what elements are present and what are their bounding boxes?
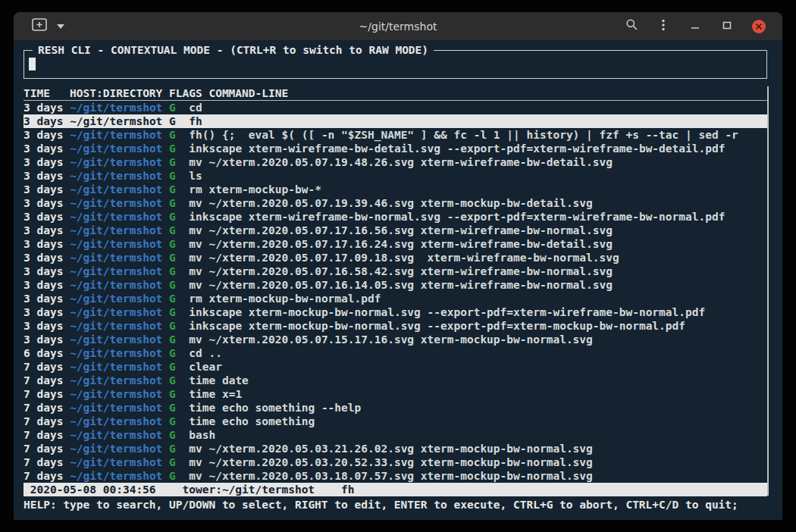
row-host-directory: ~/git/termshot xyxy=(70,129,162,141)
scrollbar[interactable] xyxy=(767,86,769,496)
minimize-button[interactable] xyxy=(688,20,702,33)
history-row[interactable]: 3 days ~/git/termshot G inkscape xterm-w… xyxy=(24,210,767,224)
history-row[interactable]: 7 days ~/git/termshot G time x=1 xyxy=(24,387,767,401)
history-row[interactable]: 3 days ~/git/termshot G rm xterm-mockup-… xyxy=(24,183,767,196)
row-command: cd xyxy=(189,102,202,114)
row-command: time echo something xyxy=(189,415,315,427)
history-row[interactable]: 3 days ~/git/termshot G cd xyxy=(24,101,767,114)
resh-mode-title: RESH CLI - CONTEXTUAL MODE - (CTRL+R to … xyxy=(33,43,434,57)
row-command: mv ~/xterm.2020.05.03.21.26.02.svg xterm… xyxy=(189,443,593,455)
row-host-directory: ~/git/termshot xyxy=(70,374,162,386)
history-row[interactable]: 3 days ~/git/termshot G fh() {; eval $( … xyxy=(24,128,767,142)
row-flags: G xyxy=(169,224,176,236)
row-host-directory: ~/git/termshot xyxy=(70,470,162,482)
terminal-content: RESH CLI - CONTEXTUAL MODE - (CTRL+R to … xyxy=(14,41,782,520)
row-command: mv ~/xterm.2020.05.07.15.17.16.svg xterm… xyxy=(189,333,593,346)
row-flags: G xyxy=(169,388,176,400)
row-flags: G xyxy=(169,238,176,250)
row-host-directory: ~/git/termshot xyxy=(70,333,162,346)
history-row[interactable]: 6 days ~/git/termshot G cd .. xyxy=(24,346,767,360)
row-time: 3 days xyxy=(24,333,63,346)
window-title: ~/git/termshot xyxy=(359,20,437,33)
history-row[interactable]: 7 days ~/git/termshot G mv ~/xterm.2020.… xyxy=(24,455,767,469)
row-command: inkscape xterm-wireframe-bw-detail.svg -… xyxy=(189,142,725,155)
history-row[interactable]: 3 days ~/git/termshot G mv ~/xterm.2020.… xyxy=(24,278,767,292)
status-command: fh xyxy=(341,483,354,496)
resh-search-input[interactable]: RESH CLI - CONTEXTUAL MODE - (CTRL+R to … xyxy=(24,50,767,79)
history-row[interactable]: 3 days ~/git/termshot G ls xyxy=(24,169,767,183)
row-command: mv ~/xterm.2020.05.07.17.09.18.svg xterm… xyxy=(189,252,619,264)
row-flags: G xyxy=(169,197,176,209)
row-command: inkscape xterm-mockup-bw-normal.svg --ex… xyxy=(189,320,685,332)
history-row[interactable]: 7 days ~/git/termshot G bash xyxy=(24,428,767,442)
row-flags: G xyxy=(169,293,176,305)
row-time: 3 days xyxy=(24,156,63,168)
row-host-directory: ~/git/termshot xyxy=(70,306,162,318)
menu-button[interactable] xyxy=(657,20,670,33)
history-row[interactable]: 7 days ~/git/termshot G clear xyxy=(24,360,767,374)
status-host: tower:~/git/termshot xyxy=(183,483,315,496)
row-host-directory: ~/git/termshot xyxy=(70,402,162,414)
close-icon xyxy=(755,19,763,33)
row-flags: G xyxy=(169,306,176,318)
history-row[interactable]: 3 days ~/git/termshot G mv ~/xterm.2020.… xyxy=(24,155,767,169)
history-row[interactable]: 7 days ~/git/termshot G mv ~/xterm.2020.… xyxy=(24,442,767,455)
row-time: 7 days xyxy=(24,388,63,400)
row-time: 7 days xyxy=(24,443,63,455)
row-command: mv ~/xterm.2020.05.07.16.58.42.svg xterm… xyxy=(189,265,613,277)
row-command: clear xyxy=(189,361,222,373)
history-row[interactable]: 7 days ~/git/termshot G time echo someth… xyxy=(24,401,767,415)
row-flags: G xyxy=(169,115,176,127)
row-host-directory: ~/git/termshot xyxy=(70,197,162,209)
restore-button[interactable] xyxy=(720,20,734,33)
history-row[interactable]: 7 days ~/git/termshot G time echo someth… xyxy=(24,415,767,428)
row-flags: G xyxy=(169,429,176,441)
history-row[interactable]: 3 days ~/git/termshot G mv ~/xterm.2020.… xyxy=(24,196,767,210)
row-host-directory: ~/git/termshot xyxy=(70,252,162,264)
status-timestamp: 2020-05-08 00:34:56 xyxy=(30,483,156,496)
history-row[interactable]: 3 days ~/git/termshot G inkscape xterm-m… xyxy=(24,319,767,333)
row-command: bash xyxy=(189,429,215,441)
row-host-directory: ~/git/termshot xyxy=(70,142,162,155)
row-host-directory: ~/git/termshot xyxy=(70,265,162,277)
history-row[interactable]: 3 days ~/git/termshot G inkscape xterm-m… xyxy=(24,305,767,319)
row-flags: G xyxy=(169,443,176,455)
history-row[interactable]: 7 days ~/git/termshot G mv ~/xterm.2020.… xyxy=(24,469,767,483)
row-time: 3 days xyxy=(24,293,63,305)
tab-switcher-caret-icon[interactable] xyxy=(57,24,64,29)
new-tab-icon xyxy=(32,18,47,34)
row-time: 6 days xyxy=(24,347,63,359)
row-flags: G xyxy=(169,415,176,427)
history-row[interactable]: 3 days ~/git/termshot G inkscape xterm-w… xyxy=(24,142,767,155)
close-button[interactable] xyxy=(752,20,766,33)
row-flags: G xyxy=(169,374,176,386)
row-host-directory: ~/git/termshot xyxy=(70,361,162,373)
history-row[interactable]: 7 days ~/git/termshot G time date xyxy=(24,374,767,387)
history-row[interactable]: 3 days ~/git/termshot G mv ~/xterm.2020.… xyxy=(24,251,767,264)
history-row[interactable]: 3 days ~/git/termshot G mv ~/xterm.2020.… xyxy=(24,237,767,251)
row-flags: G xyxy=(169,142,176,155)
row-time: 3 days xyxy=(24,265,63,277)
row-host-directory: ~/git/termshot xyxy=(70,279,162,291)
row-host-directory: ~/git/termshot xyxy=(70,456,162,468)
history-row[interactable]: 3 days ~/git/termshot G mv ~/xterm.2020.… xyxy=(24,333,767,346)
row-time: 3 days xyxy=(24,115,63,127)
new-tab-button[interactable] xyxy=(32,18,47,34)
search-icon xyxy=(625,18,638,34)
history-row-selected[interactable]: 3 days ~/git/termshot G fh xyxy=(24,114,767,128)
row-host-directory: ~/git/termshot xyxy=(70,347,162,359)
minimize-icon xyxy=(689,19,701,34)
titlebar: ~/git/termshot xyxy=(14,12,782,41)
row-command: fh() {; eval $( ([ -n "$ZSH_NAME" ] && f… xyxy=(189,129,738,141)
history-row[interactable]: 3 days ~/git/termshot G mv ~/xterm.2020.… xyxy=(24,264,767,278)
row-command: inkscape xterm-wireframe-bw-normal.svg -… xyxy=(189,211,725,223)
row-command: mv ~/xterm.2020.05.07.19.39.46.svg xterm… xyxy=(189,197,593,209)
row-flags: G xyxy=(169,470,176,482)
row-flags: G xyxy=(169,279,176,291)
row-time: 7 days xyxy=(24,374,63,386)
history-row[interactable]: 3 days ~/git/termshot G rm xterm-mockup-… xyxy=(24,292,767,305)
row-host-directory: ~/git/termshot xyxy=(70,415,162,427)
row-host-directory: ~/git/termshot xyxy=(70,320,162,332)
history-row[interactable]: 3 days ~/git/termshot G mv ~/xterm.2020.… xyxy=(24,224,767,237)
search-button[interactable] xyxy=(625,20,638,33)
